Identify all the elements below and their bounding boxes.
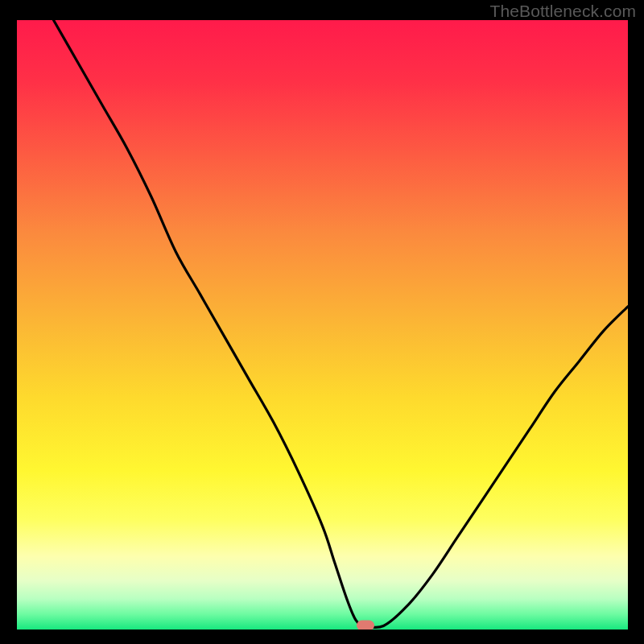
attribution-text: TheBottleneck.com: [490, 2, 636, 21]
optimal-point-marker: [357, 621, 374, 630]
bottleneck-curve: [17, 20, 628, 630]
chart-frame: TheBottleneck.com: [0, 0, 644, 644]
plot-area: [17, 20, 628, 630]
